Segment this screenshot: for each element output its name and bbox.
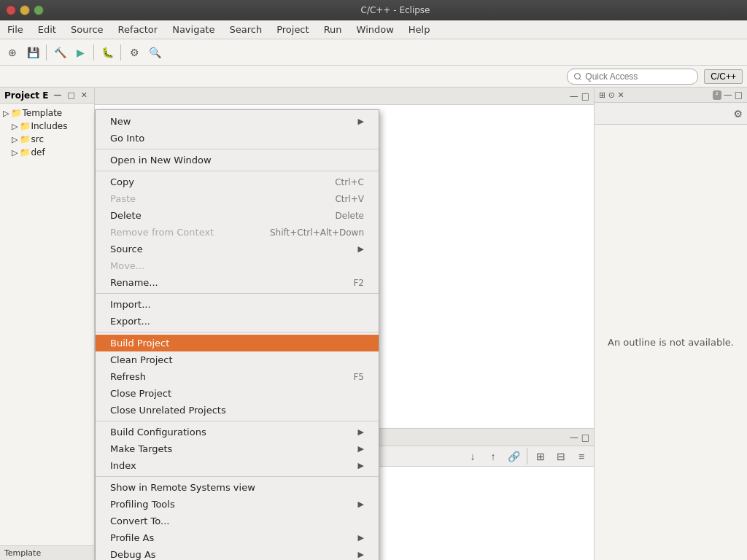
columns-button[interactable]: ⊞	[531, 447, 550, 466]
ctx-item-index[interactable]: Index▶	[96, 457, 379, 474]
menu-run[interactable]: Run	[317, 22, 349, 37]
ctx-item-new[interactable]: New▶	[96, 113, 379, 130]
close-button[interactable]	[6, 5, 16, 15]
perspective-button[interactable]: C/C++	[704, 69, 743, 84]
tree-item-includes[interactable]: ▷ 📁 Includes	[0, 120, 94, 133]
bottom-panel-controls: — □	[570, 432, 589, 443]
project-explorer-header: Project E — □ ✕	[0, 88, 94, 104]
outline-content: An outline is not available.	[595, 125, 747, 560]
tree-item-def[interactable]: ▷ 📁 def	[0, 146, 94, 159]
run-button[interactable]: ▶	[71, 43, 90, 62]
shortcut-9: F2	[353, 278, 364, 288]
folder-icon-includes: 📁	[20, 121, 31, 131]
quick-access-input[interactable]	[567, 69, 698, 85]
menu-edit[interactable]: Edit	[31, 22, 63, 37]
ctx-item-go-into[interactable]: Go Into	[96, 130, 379, 147]
settings-button[interactable]: ⚙	[125, 43, 144, 62]
maximize-button[interactable]	[34, 5, 44, 15]
template-status: Template	[4, 548, 41, 558]
maximize-outline-icon[interactable]: □	[735, 90, 743, 100]
ctx-item-copy[interactable]: CopyCtrl+C	[96, 174, 379, 190]
titlebar: C/C++ - Eclipse	[0, 0, 747, 20]
ctx-item-close-unrelated-projects[interactable]: Close Unrelated Projects	[96, 402, 379, 419]
ctx-item-rename-[interactable]: Rename...F2	[96, 274, 379, 291]
window-controls[interactable]	[6, 5, 44, 15]
submenu-arrow-0: ▶	[358, 117, 364, 126]
submenu-arrow-21: ▶	[358, 499, 364, 509]
debug-button[interactable]: 🐛	[98, 43, 117, 62]
minimize-outline-icon[interactable]: —	[724, 90, 732, 100]
ctx-item-convert-to-[interactable]: Convert To...	[96, 513, 379, 529]
expand-icon: ▷	[3, 109, 9, 118]
menu-search[interactable]: Search	[222, 22, 269, 37]
folder-icon-src: 📁	[20, 134, 31, 144]
menu-help[interactable]: Help	[401, 22, 438, 37]
ctx-item-open-in-new-window[interactable]: Open in New Window	[96, 152, 379, 168]
outline-icons: ⊞ ⊙ ✕	[599, 90, 624, 100]
minimize-editor-icon[interactable]: —	[570, 91, 578, 101]
submenu-arrow-7: ▶	[358, 244, 364, 254]
minimize-button[interactable]	[20, 5, 30, 15]
submenu-arrow-17: ▶	[358, 427, 364, 437]
ctx-item-make-targets[interactable]: Make Targets▶	[96, 440, 379, 457]
shortcut-3: Ctrl+C	[335, 177, 364, 187]
link-button[interactable]: 🔗	[504, 447, 523, 466]
submenu-arrow-24: ▶	[358, 550, 364, 559]
ctx-separator-16	[96, 421, 379, 421]
tree-item-src[interactable]: ▷ 📁 src	[0, 133, 94, 146]
menu-source[interactable]: Source	[63, 22, 111, 37]
editor-header: — □	[95, 88, 594, 105]
ctx-item-refresh[interactable]: RefreshF5	[96, 368, 379, 385]
filter-button[interactable]: ⊟	[551, 447, 570, 466]
ctx-item-source[interactable]: Source▶	[96, 241, 379, 257]
ctx-item-profile-as[interactable]: Profile As▶	[96, 529, 379, 546]
ctx-item-clean-project[interactable]: Clean Project	[96, 351, 379, 368]
panel-header-buttons: — □ ✕	[51, 90, 90, 101]
menu-refactor[interactable]: Refactor	[111, 22, 166, 37]
build-button[interactable]: 🔨	[50, 43, 69, 62]
ctx-item-build-project[interactable]: Build Project	[96, 335, 379, 351]
ctx-item-profiling-tools[interactable]: Profiling Tools▶	[96, 496, 379, 513]
down-arrow-button[interactable]: ↓	[463, 447, 482, 466]
submenu-arrow-19: ▶	[358, 461, 364, 470]
submenu-arrow-23: ▶	[358, 533, 364, 542]
new-button[interactable]: ⊕	[3, 43, 22, 62]
sort-button[interactable]: ≡	[572, 447, 591, 466]
maximize-panel-button[interactable]: □	[65, 90, 77, 101]
toolbar-separator-3	[120, 44, 121, 61]
expand-icon-includes: ▷	[12, 122, 18, 131]
ctx-item-build-configurations[interactable]: Build Configurations▶	[96, 424, 379, 440]
outline-panel: ⊞ ⊙ ✕ ² — □ ⚙ An outline is not availabl…	[594, 88, 747, 560]
up-arrow-button[interactable]: ↑	[484, 447, 503, 466]
outline-toolbar: ⚙	[595, 103, 747, 125]
maximize-editor-icon[interactable]: □	[581, 91, 589, 101]
ctx-separator-11	[96, 332, 379, 332]
menu-navigate[interactable]: Navigate	[165, 22, 222, 37]
quickaccess-bar: C/C++	[0, 66, 747, 88]
superscript-badge: ²	[713, 90, 721, 100]
minimize-bottom-icon[interactable]: —	[570, 432, 578, 443]
outline-message: An outline is not available.	[608, 337, 734, 348]
btoolbar-sep	[527, 448, 527, 464]
expand-icon-def: ▷	[12, 148, 18, 158]
tree-item-template[interactable]: ▷ 📁 Template	[0, 106, 94, 120]
maximize-bottom-icon[interactable]: □	[581, 432, 589, 443]
outline-header-left: ⊞ ⊙ ✕	[599, 90, 624, 100]
ctx-item-import-[interactable]: Import...	[96, 296, 379, 313]
ctx-item-delete[interactable]: DeleteDelete	[96, 207, 379, 224]
ctx-item-show-in-remote-systems-view[interactable]: Show in Remote Systems view	[96, 479, 379, 496]
collapse-all-button[interactable]: —	[51, 90, 63, 101]
ctx-separator-9	[96, 293, 379, 294]
outline-settings-icon[interactable]: ⚙	[733, 108, 743, 120]
ctx-item-debug-as[interactable]: Debug As▶	[96, 546, 379, 560]
shortcut-14: F5	[353, 372, 364, 382]
close-panel-button[interactable]: ✕	[79, 90, 90, 101]
search-toolbar-button[interactable]: 🔍	[145, 43, 164, 62]
expand-icon-src: ▷	[12, 135, 18, 144]
menu-window[interactable]: Window	[349, 22, 401, 37]
ctx-item-export-[interactable]: Export...	[96, 313, 379, 330]
menu-file[interactable]: File	[0, 22, 31, 37]
menu-project[interactable]: Project	[269, 22, 316, 37]
ctx-item-close-project[interactable]: Close Project	[96, 385, 379, 402]
save-button[interactable]: 💾	[23, 43, 42, 62]
